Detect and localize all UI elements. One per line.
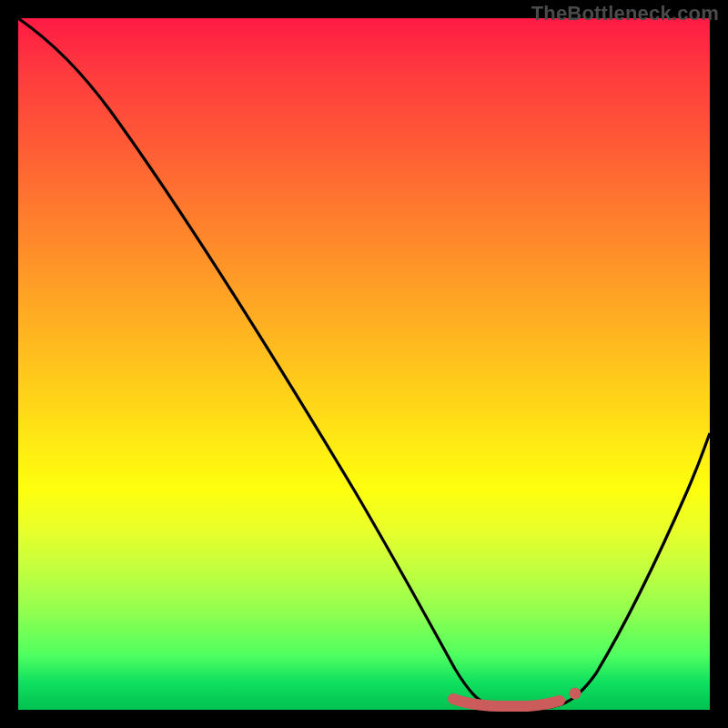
curve-layer bbox=[18, 18, 710, 710]
bottleneck-curve bbox=[18, 18, 710, 708]
optimal-point-marker bbox=[570, 688, 581, 700]
optimal-range-marker bbox=[453, 699, 560, 706]
watermark-text: TheBottleneck.com bbox=[531, 2, 719, 25]
chart-frame: TheBottleneck.com bbox=[0, 0, 728, 728]
